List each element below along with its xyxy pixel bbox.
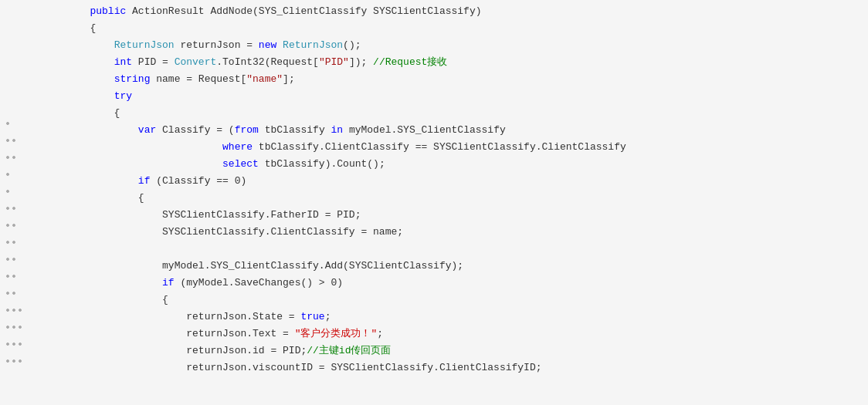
- code-text: [39, 241, 868, 258]
- code-text: returnJson.viscountID = SYSClientClassif…: [39, 359, 868, 376]
- code-text: myModel.SYS_ClientClassify.Add(SYSClient…: [39, 258, 868, 275]
- code-text: ReturnJson returnJson = new ReturnJson()…: [39, 37, 868, 54]
- indent-guide-dot: [12, 309, 15, 312]
- code-line: returnJson.viscountID = SYSClientClassif…: [0, 359, 868, 376]
- code-line: {: [0, 190, 868, 207]
- code-line: select tbClassify).Count();: [0, 156, 868, 173]
- code-line: where tbClassify.ClientClassify == SYSCl…: [0, 139, 868, 156]
- indent-guide-dot: [6, 326, 9, 329]
- indent-guide-dot: [19, 71, 22, 74]
- indent-guide-dot: [19, 20, 22, 23]
- line-gutter: [0, 122, 39, 125]
- code-line: returnJson.id = PID;//主键id传回页面: [0, 343, 868, 359]
- indent-guide-dot: [6, 88, 9, 91]
- indent-guide-dot: [12, 190, 15, 193]
- indent-guide-dot: [12, 88, 15, 91]
- line-gutter: [0, 37, 39, 40]
- code-line: {: [0, 20, 868, 37]
- indent-guide-dot: [19, 241, 22, 244]
- code-text: try: [39, 88, 868, 105]
- indent-guide-dot: [6, 292, 9, 295]
- indent-guide-dot: [19, 122, 22, 125]
- code-line: [0, 241, 868, 258]
- code-text: where tbClassify.ClientClassify == SYSCl…: [39, 139, 868, 156]
- line-gutter: [0, 292, 39, 295]
- code-text: select tbClassify).Count();: [39, 156, 868, 173]
- code-text: returnJson.Text = "客户分类成功！";: [39, 326, 868, 343]
- line-gutter: [0, 88, 39, 91]
- code-line: public ActionResult AddNode(SYS_ClientCl…: [0, 3, 868, 20]
- code-line: {: [0, 292, 868, 309]
- code-line: int PID = Convert.ToInt32(Request["PID"]…: [0, 54, 868, 71]
- indent-guide-dot: [12, 173, 15, 176]
- indent-guide-dot: [19, 343, 22, 346]
- indent-guide-dot: [19, 156, 22, 159]
- indent-guide-dot: [6, 275, 9, 278]
- line-gutter: [0, 156, 39, 159]
- code-line: myModel.SYS_ClientClassify.Add(SYSClient…: [0, 258, 868, 275]
- code-line: returnJson.State = true;: [0, 309, 868, 326]
- indent-guide-dot: [19, 326, 22, 329]
- line-gutter: [0, 241, 39, 244]
- line-gutter: [0, 343, 39, 346]
- line-gutter: [0, 139, 39, 142]
- code-line: if (Classify == 0): [0, 173, 868, 190]
- indent-guide-dot: [12, 20, 15, 23]
- code-text: public ActionResult AddNode(SYS_ClientCl…: [39, 3, 868, 20]
- code-text: {: [39, 20, 868, 37]
- indent-guide-dot: [12, 54, 15, 57]
- indent-guide-dot: [12, 292, 15, 295]
- code-line: returnJson.Text = "客户分类成功！";: [0, 326, 868, 343]
- indent-guide-dot: [12, 37, 15, 40]
- code-editor: public ActionResult AddNode(SYS_ClientCl…: [0, 0, 868, 405]
- indent-guide-dot: [6, 105, 9, 108]
- indent-guide-dot: [6, 20, 9, 23]
- code-text: returnJson.id = PID;//主键id传回页面: [39, 343, 868, 359]
- indent-guide-dot: [12, 275, 15, 278]
- code-text: returnJson.State = true;: [39, 309, 868, 326]
- indent-guide-dot: [19, 309, 22, 312]
- indent-guide-dot: [6, 71, 9, 74]
- indent-guide-dot: [12, 258, 15, 261]
- indent-guide-dot: [6, 258, 9, 261]
- indent-guide-dot: [19, 275, 22, 278]
- line-gutter: [0, 326, 39, 329]
- code-text: if (Classify == 0): [39, 173, 868, 190]
- code-line: string name = Request["name"];: [0, 71, 868, 88]
- indent-guide-dot: [12, 207, 15, 210]
- code-text: {: [39, 105, 868, 122]
- indent-guide-dot: [6, 122, 9, 125]
- indent-guide-dot: [19, 54, 22, 57]
- code-text: SYSClientClassify.ClientClassify = name;: [39, 224, 868, 241]
- indent-guide-dot: [6, 309, 9, 312]
- indent-guide-dot: [19, 190, 22, 193]
- code-text: if (myModel.SaveChanges() > 0): [39, 275, 868, 292]
- code-text: {: [39, 190, 868, 207]
- code-text: SYSClientClassify.FatherID = PID;: [39, 207, 868, 224]
- indent-guide-dot: [12, 343, 15, 346]
- indent-guide-dot: [12, 122, 15, 125]
- line-gutter: [0, 224, 39, 227]
- indent-guide-dot: [12, 105, 15, 108]
- indent-guide-dot: [6, 224, 9, 227]
- indent-guide-dot: [12, 359, 15, 363]
- indent-guide-dot: [12, 224, 15, 227]
- indent-guide-dot: [6, 207, 9, 210]
- indent-guide-dot: [19, 224, 22, 227]
- indent-guide-dot: [19, 207, 22, 210]
- code-text: int PID = Convert.ToInt32(Request["PID"]…: [39, 54, 868, 71]
- line-gutter: [0, 3, 39, 6]
- indent-guide-dot: [6, 139, 9, 142]
- indent-guide-dot: [19, 3, 22, 6]
- indent-guide-dot: [19, 105, 22, 108]
- line-gutter: [0, 54, 39, 57]
- line-gutter: [0, 309, 39, 312]
- code-line: {: [0, 105, 868, 122]
- indent-guide-dot: [6, 156, 9, 159]
- indent-guide-dot: [6, 37, 9, 40]
- line-gutter: [0, 105, 39, 108]
- indent-guide-dot: [12, 139, 15, 142]
- line-gutter: [0, 173, 39, 176]
- line-gutter: [0, 258, 39, 261]
- code-line: ReturnJson returnJson = new ReturnJson()…: [0, 37, 868, 54]
